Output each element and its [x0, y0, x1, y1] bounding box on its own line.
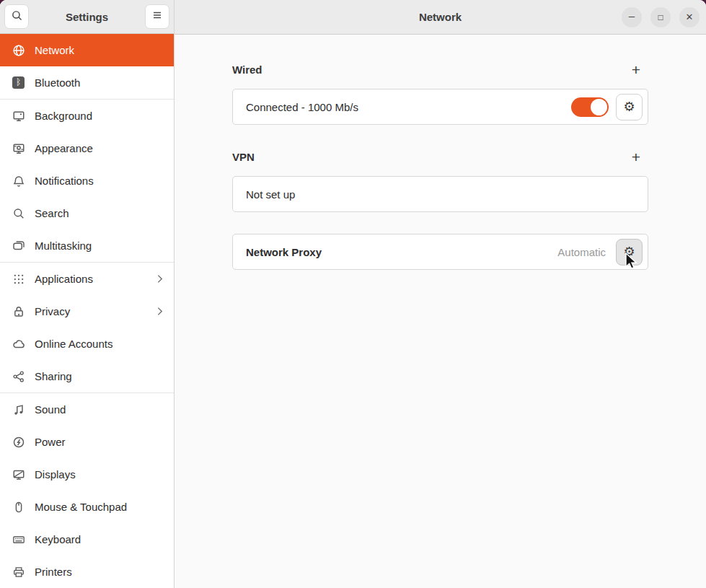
share-icon	[12, 369, 25, 383]
sidebar-item-displays[interactable]: Displays	[0, 458, 174, 491]
sidebar-item-online-accounts[interactable]: Online Accounts	[0, 328, 174, 360]
minimize-button[interactable]: –	[622, 7, 642, 27]
power-icon	[12, 435, 25, 449]
settings-window: Settings Network ᛒ	[0, 0, 706, 588]
background-icon	[12, 109, 25, 123]
sidebar-item-sharing[interactable]: Sharing	[0, 360, 174, 392]
wired-heading: Wired	[232, 63, 262, 76]
sidebar-item-multitasking[interactable]: Multitasking	[0, 229, 174, 262]
sidebar-item-label: Search	[35, 207, 69, 219]
sidebar-item-label: Power	[35, 436, 66, 448]
sidebar-nav: Network ᛒ Bluetooth Background	[0, 34, 174, 588]
add-vpn-button[interactable]: +	[627, 148, 645, 167]
gear-icon: ⚙	[623, 245, 635, 258]
search-icon	[12, 206, 25, 220]
maximize-icon: □	[658, 13, 663, 22]
sidebar-item-notifications[interactable]: Notifications	[0, 164, 174, 197]
gear-icon: ⚙	[623, 100, 635, 113]
bluetooth-icon: ᛒ	[12, 76, 25, 89]
keyboard-icon	[12, 532, 25, 546]
vpn-status: Not set up	[246, 188, 295, 201]
sidebar-item-appearance[interactable]: Appearance	[0, 132, 174, 164]
wired-status: Connected - 1000 Mb/s	[246, 101, 358, 113]
minimize-icon: –	[629, 10, 635, 21]
sidebar-item-background[interactable]: Background	[0, 100, 174, 132]
sidebar-item-label: Displays	[35, 468, 76, 481]
network-content: Wired + Connected - 1000 Mb/s ⚙ VPN + N	[175, 35, 706, 588]
sidebar-item-applications[interactable]: Applications	[0, 263, 174, 295]
close-icon: ✕	[686, 12, 694, 22]
globe-icon	[12, 43, 25, 57]
hamburger-menu-icon	[151, 9, 163, 24]
sidebar-item-label: Appearance	[35, 142, 93, 154]
sidebar-item-privacy[interactable]: Privacy	[0, 295, 174, 328]
music-note-icon	[12, 403, 25, 416]
page-title: Network	[419, 11, 462, 23]
sidebar-item-label: Keyboard	[35, 533, 81, 545]
sidebar-item-label: Network	[35, 44, 74, 56]
display-icon	[12, 468, 25, 481]
sidebar: Settings Network ᛒ	[0, 0, 175, 588]
maximize-button[interactable]: □	[650, 7, 671, 27]
add-wired-button[interactable]: +	[627, 61, 645, 79]
plus-icon: +	[632, 149, 640, 164]
proxy-settings-button[interactable]: ⚙	[616, 239, 643, 266]
sidebar-item-label: Applications	[35, 273, 93, 285]
sidebar-item-label: Background	[35, 110, 92, 122]
titlebar: Network – □ ✕	[175, 0, 706, 35]
apps-grid-icon	[12, 272, 25, 286]
lock-icon	[12, 304, 25, 318]
sidebar-item-label: Printers	[35, 566, 72, 578]
sidebar-item-mouse-touchpad[interactable]: Mouse & Touchpad	[0, 491, 174, 523]
window-controls: – □ ✕	[622, 7, 700, 27]
sidebar-item-label: Multitasking	[35, 240, 92, 252]
search-icon	[11, 9, 23, 25]
printer-icon	[12, 565, 25, 579]
vpn-section-header: VPN +	[232, 149, 648, 164]
sidebar-item-keyboard[interactable]: Keyboard	[0, 523, 174, 556]
sidebar-item-search[interactable]: Search	[0, 197, 174, 229]
main-panel: Network – □ ✕ Wired + Connected - 1000 M…	[175, 0, 706, 588]
multitasking-icon	[12, 239, 25, 253]
close-button[interactable]: ✕	[679, 7, 700, 27]
sidebar-item-label: Privacy	[35, 305, 70, 317]
plus-icon: +	[632, 62, 640, 77]
mouse-icon	[12, 500, 25, 514]
sidebar-item-label: Bluetooth	[35, 76, 80, 89]
wired-connection-row: Connected - 1000 Mb/s ⚙	[232, 89, 648, 125]
appearance-icon	[12, 141, 25, 155]
wired-section-header: Wired +	[232, 62, 648, 77]
sidebar-item-power[interactable]: Power	[0, 426, 174, 458]
primary-menu-button[interactable]	[145, 4, 169, 29]
chevron-right-icon	[156, 274, 164, 284]
vpn-heading: VPN	[232, 151, 255, 163]
proxy-label: Network Proxy	[246, 246, 322, 258]
sidebar-item-label: Notifications	[35, 175, 94, 187]
cloud-icon	[12, 337, 25, 351]
sidebar-item-label: Sharing	[35, 370, 72, 382]
app-title: Settings	[66, 11, 108, 23]
sidebar-item-label: Sound	[35, 403, 66, 416]
sidebar-item-printers[interactable]: Printers	[0, 556, 174, 588]
sidebar-item-sound[interactable]: Sound	[0, 393, 174, 426]
sidebar-header: Settings	[0, 0, 174, 34]
bell-icon	[12, 174, 25, 188]
sidebar-item-label: Online Accounts	[35, 338, 112, 350]
sidebar-item-label: Mouse & Touchpad	[35, 501, 127, 513]
search-button[interactable]	[4, 4, 29, 29]
toggle-knob	[591, 99, 607, 115]
sidebar-item-bluetooth[interactable]: ᛒ Bluetooth	[0, 66, 174, 99]
network-proxy-row: Network Proxy Automatic ⚙	[232, 234, 648, 270]
proxy-value: Automatic	[557, 246, 606, 258]
vpn-status-row: Not set up	[232, 176, 648, 212]
wired-toggle[interactable]	[571, 97, 609, 117]
sidebar-item-network[interactable]: Network	[0, 34, 174, 66]
chevron-right-icon	[156, 307, 164, 316]
wired-settings-button[interactable]: ⚙	[616, 94, 643, 120]
